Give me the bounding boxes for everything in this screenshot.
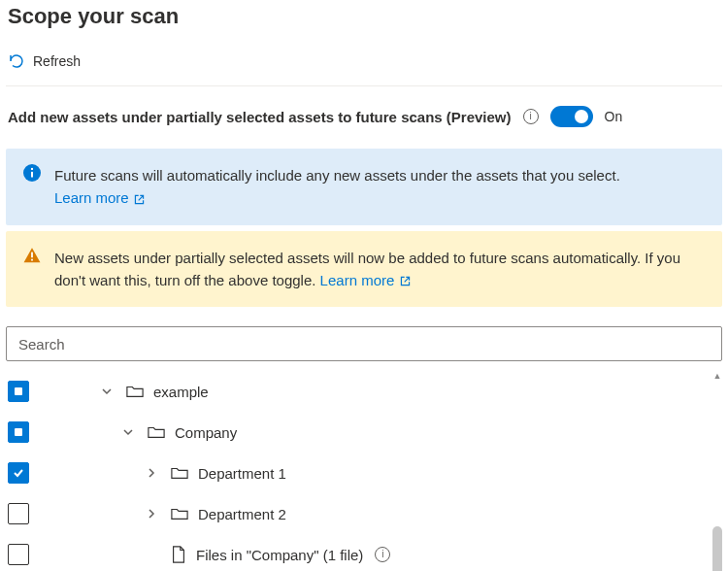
external-link-icon — [399, 272, 412, 288]
search-input[interactable] — [6, 326, 722, 361]
checkbox-partial[interactable] — [8, 381, 29, 402]
info-panel: Future scans will automatically include … — [6, 149, 722, 225]
info-learn-more-link[interactable]: Learn more — [54, 189, 146, 206]
toggle-state-label: On — [605, 109, 623, 124]
tree-item-label: Department 2 — [198, 506, 286, 522]
tree-item-label: Department 1 — [198, 465, 286, 482]
chevron-down-icon[interactable] — [118, 426, 138, 438]
checkbox-checked[interactable] — [8, 462, 29, 484]
tree-row[interactable]: Files in "Company" (1 file) i — [6, 534, 722, 571]
tree-item-label: Company — [175, 424, 237, 441]
chevron-right-icon[interactable] — [142, 467, 161, 479]
info-text: Future scans will automatically include … — [54, 167, 620, 184]
assets-tree: example Company — [6, 367, 722, 571]
refresh-icon — [8, 52, 25, 70]
tree-item-label: example — [153, 384, 209, 400]
folder-icon — [148, 424, 165, 440]
svg-rect-3 — [31, 252, 33, 257]
file-icon — [171, 546, 186, 563]
folder-icon — [126, 384, 144, 399]
tree-row[interactable]: example — [6, 371, 722, 412]
vertical-scrollbar[interactable]: ▲ — [712, 369, 722, 571]
warning-panel: New assets under partially selected asse… — [6, 231, 722, 308]
chevron-right-icon[interactable] — [142, 508, 161, 520]
svg-rect-4 — [31, 258, 33, 260]
svg-rect-1 — [31, 172, 33, 178]
refresh-button[interactable]: Refresh — [6, 52, 722, 80]
chevron-down-icon[interactable] — [97, 386, 116, 397]
refresh-label: Refresh — [33, 53, 81, 69]
tree-row[interactable]: Department 1 — [6, 453, 722, 493]
folder-icon — [171, 506, 188, 521]
warning-icon — [23, 247, 41, 264]
future-scans-toggle[interactable] — [550, 106, 593, 127]
checkbox-unchecked[interactable] — [8, 544, 29, 565]
tree-item-label: Files in "Company" (1 file) — [196, 547, 363, 563]
tree-row[interactable]: Company — [6, 412, 722, 453]
svg-rect-2 — [31, 168, 33, 170]
info-icon[interactable]: i — [375, 547, 390, 562]
checkbox-partial[interactable] — [8, 421, 29, 443]
info-icon — [23, 164, 41, 182]
page-title: Scope your scan — [8, 4, 722, 29]
checkbox-unchecked[interactable] — [8, 503, 29, 524]
warning-learn-more-link[interactable]: Learn more — [320, 272, 412, 288]
folder-icon — [171, 465, 188, 481]
tree-row[interactable]: Department 2 — [6, 493, 722, 534]
info-icon[interactable]: i — [523, 109, 539, 124]
external-link-icon — [133, 189, 146, 206]
toggle-caption: Add new assets under partially selected … — [8, 109, 512, 125]
